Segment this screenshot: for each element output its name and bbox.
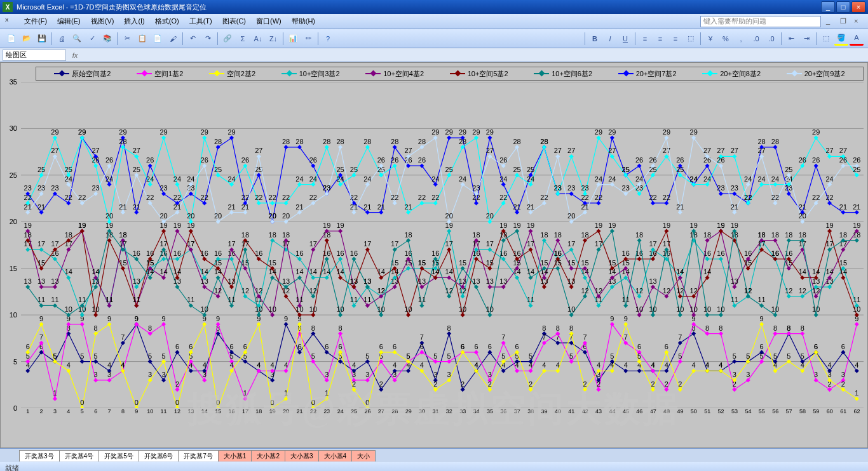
svg-text:11: 11: [133, 296, 140, 303]
sheet-tab[interactable]: 大小基4: [318, 450, 353, 461]
redo-icon[interactable]: ↷: [201, 32, 215, 46]
fx-icon[interactable]: fx: [69, 51, 81, 59]
border-icon[interactable]: ⬚: [819, 32, 833, 46]
svg-text:26: 26: [92, 156, 100, 164]
dec-indent-icon[interactable]: ⇤: [784, 32, 798, 46]
svg-text:14: 14: [201, 268, 208, 275]
fill-color-icon[interactable]: 🪣: [834, 32, 848, 46]
sheet-tab[interactable]: 开奖基5号: [98, 450, 139, 461]
svg-text:15: 15: [744, 259, 752, 267]
doc-minimize-button[interactable]: _: [826, 17, 835, 26]
svg-text:4: 4: [529, 361, 532, 369]
svg-text:14: 14: [295, 268, 303, 275]
close-button[interactable]: ×: [851, 1, 865, 13]
save-icon[interactable]: 💾: [35, 32, 49, 46]
svg-rect-142: [93, 378, 98, 382]
sheet-tab[interactable]: 开奖基4号: [59, 450, 100, 461]
svg-text:3: 3: [365, 371, 369, 378]
minimize-button[interactable]: _: [821, 1, 835, 13]
link-icon[interactable]: 🔗: [220, 32, 234, 46]
svg-rect-378: [855, 397, 859, 401]
drawing-icon[interactable]: ✏: [301, 32, 315, 46]
svg-rect-400: [161, 257, 166, 262]
sheet-tab[interactable]: 大小基2: [251, 450, 285, 461]
menu-help[interactable]: 帮助(H): [287, 15, 320, 27]
svg-text:23: 23: [24, 184, 32, 192]
underline-icon[interactable]: U: [618, 32, 632, 46]
menu-file[interactable]: 文件(F): [19, 15, 52, 27]
svg-rect-268: [107, 322, 111, 326]
svg-text:6: 6: [814, 343, 818, 350]
sort-desc-icon[interactable]: Z↓: [266, 32, 280, 46]
sheet-tab[interactable]: 开奖基3号: [19, 450, 60, 461]
percent-icon[interactable]: %: [719, 32, 733, 46]
align-right-icon[interactable]: ≡: [668, 32, 682, 46]
chart-icon[interactable]: 📊: [286, 32, 300, 46]
svg-text:13: 13: [282, 277, 290, 285]
comma-icon[interactable]: ,: [734, 32, 748, 46]
cut-icon[interactable]: ✂: [120, 32, 134, 46]
svg-rect-604: [705, 238, 710, 242]
bold-icon[interactable]: B: [588, 32, 602, 46]
paste-icon[interactable]: 📄: [151, 32, 165, 46]
sum-icon[interactable]: Σ: [236, 32, 250, 46]
svg-text:2: 2: [175, 380, 179, 388]
svg-rect-914: [284, 145, 288, 149]
dec-decimal-icon[interactable]: .0: [764, 32, 778, 46]
currency-icon[interactable]: ¥: [703, 32, 717, 46]
sheet-tab[interactable]: 大小: [351, 450, 376, 461]
svg-text:23: 23: [37, 184, 45, 192]
preview-icon[interactable]: 🔍: [70, 32, 84, 46]
name-box[interactable]: 绘图区: [3, 50, 66, 61]
svg-text:22: 22: [812, 194, 820, 201]
svg-text:11: 11: [37, 296, 45, 303]
new-icon[interactable]: 📄: [4, 32, 18, 46]
sheet-tab[interactable]: 开奖基7号: [178, 450, 219, 461]
font-color-icon[interactable]: A: [850, 32, 864, 46]
format-painter-icon[interactable]: 🖌: [166, 32, 180, 46]
sheet-tab[interactable]: 大小基3: [285, 450, 319, 461]
help-icon[interactable]: ?: [321, 32, 335, 46]
open-icon[interactable]: 📂: [20, 32, 34, 46]
menu-view[interactable]: 视图(V): [86, 15, 119, 27]
svg-rect-1056: [406, 210, 410, 215]
research-icon[interactable]: 📚: [100, 32, 114, 46]
svg-rect-492: [787, 294, 791, 298]
print-icon[interactable]: 🖨: [55, 32, 69, 46]
align-left-icon[interactable]: ≡: [638, 32, 652, 46]
svg-rect-1198: [528, 210, 532, 215]
sheet-tab[interactable]: 大小基1: [218, 450, 252, 461]
sheet-tab[interactable]: 开奖基6号: [139, 450, 179, 461]
svg-rect-692: [461, 313, 465, 317]
align-center-icon[interactable]: ≡: [653, 32, 667, 46]
menu-chart[interactable]: 图表(C): [217, 15, 251, 27]
spell-icon[interactable]: ✓: [85, 32, 99, 46]
inc-decimal-icon[interactable]: .0: [749, 32, 763, 46]
help-search-input[interactable]: 键入需要帮助的问题: [700, 16, 821, 27]
inc-indent-icon[interactable]: ⇥: [799, 32, 813, 46]
chart-area[interactable]: 原始空间基2空间1基2空间2基210+空间3基210+空间4基210+空间5基2…: [0, 62, 868, 448]
copy-icon[interactable]: 📋: [135, 32, 149, 46]
menu-window[interactable]: 窗口(W): [251, 15, 287, 27]
svg-text:13: 13: [567, 277, 575, 285]
menu-format[interactable]: 格式(O): [150, 15, 184, 27]
menu-tools[interactable]: 工具(T): [184, 15, 217, 27]
menu-edit[interactable]: 编辑(E): [52, 15, 86, 27]
svg-rect-746: [827, 229, 832, 233]
svg-text:0: 0: [365, 399, 369, 406]
svg-rect-1010: [93, 164, 98, 168]
merge-icon[interactable]: ⬚: [684, 32, 698, 46]
doc-close-button[interactable]: ×: [854, 17, 863, 26]
maximize-button[interactable]: □: [836, 1, 850, 13]
svg-rect-516: [107, 303, 111, 308]
svg-text:4: 4: [610, 361, 614, 369]
italic-icon[interactable]: I: [603, 32, 617, 46]
undo-icon[interactable]: ↶: [186, 32, 200, 46]
window-title: Microsoft Excel - =1D-7D空间走势图双色球原始数据尾音定位: [17, 3, 207, 12]
menu-insert[interactable]: 插入(I): [119, 15, 149, 27]
doc-restore-button[interactable]: ❐: [840, 17, 849, 26]
svg-text:12: 12: [812, 287, 820, 295]
svg-rect-1026: [202, 136, 207, 140]
svg-text:22: 22: [24, 194, 32, 201]
sort-asc-icon[interactable]: A↓: [251, 32, 265, 46]
